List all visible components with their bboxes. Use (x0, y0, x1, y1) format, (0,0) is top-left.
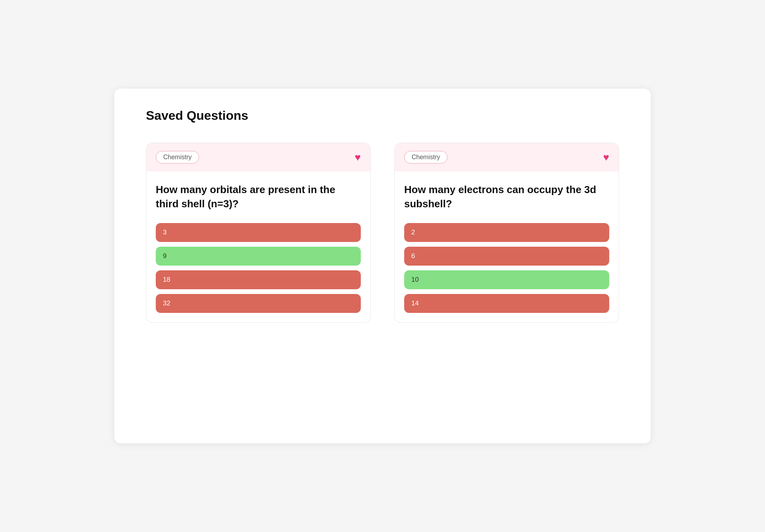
category-badge-1: Chemistry (156, 151, 199, 164)
page-title: Saved Questions (146, 108, 619, 123)
page-container: Saved Questions Chemistry♥How many orbit… (114, 89, 651, 443)
answer-option-2-2[interactable]: 6 (404, 247, 609, 266)
card-header-2: Chemistry♥ (395, 143, 619, 171)
answer-option-1-1[interactable]: 3 (156, 223, 361, 242)
category-badge-2: Chemistry (404, 151, 448, 164)
answers-list-2: 261014 (404, 223, 609, 313)
answer-option-1-3[interactable]: 18 (156, 270, 361, 289)
answer-option-2-1[interactable]: 2 (404, 223, 609, 242)
answer-option-1-4[interactable]: 32 (156, 294, 361, 313)
answers-list-1: 391832 (156, 223, 361, 313)
question-card-1: Chemistry♥How many orbitals are present … (146, 143, 371, 323)
heart-icon-1[interactable]: ♥ (355, 151, 361, 164)
question-text-1: How many orbitals are present in the thi… (156, 182, 361, 211)
question-text-2: How many electrons can occupy the 3d sub… (404, 182, 609, 211)
heart-icon-2[interactable]: ♥ (603, 151, 609, 164)
card-body-2: How many electrons can occupy the 3d sub… (395, 171, 619, 322)
answer-option-2-3[interactable]: 10 (404, 270, 609, 289)
card-body-1: How many orbitals are present in the thi… (146, 171, 370, 322)
cards-grid: Chemistry♥How many orbitals are present … (146, 143, 619, 323)
card-header-1: Chemistry♥ (146, 143, 370, 171)
question-card-2: Chemistry♥How many electrons can occupy … (394, 143, 619, 323)
answer-option-2-4[interactable]: 14 (404, 294, 609, 313)
answer-option-1-2[interactable]: 9 (156, 247, 361, 266)
